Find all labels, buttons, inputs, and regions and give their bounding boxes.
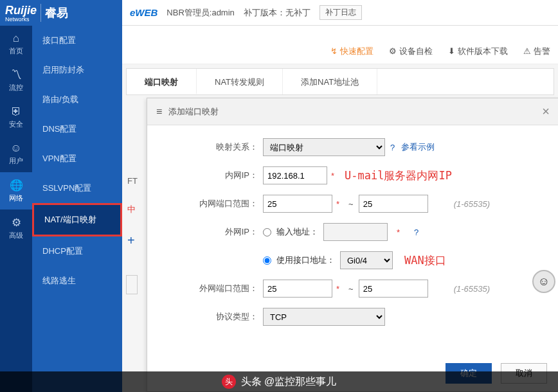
content-area: 端口映射 NAT转发规则 添加NAT地址池 FT 中 + ≡ 添加端口映射 × …	[122, 64, 558, 392]
radio-use-interface[interactable]	[263, 256, 271, 265]
lightning-icon: ↯	[330, 46, 338, 56]
example-link[interactable]: 参看示例	[401, 141, 435, 153]
menu-icon: ≡	[156, 106, 162, 118]
quick-config-link[interactable]: ↯ 快速配置	[330, 46, 374, 57]
rail-security[interactable]: ⛨安全	[0, 99, 32, 136]
tab-nat-forward[interactable]: NAT转发规则	[197, 69, 283, 94]
checkbox[interactable]	[126, 275, 138, 294]
row-use-iface: 使用接口地址： Gi0/4 WAN接口	[154, 251, 552, 269]
brand-text: Ruijie	[5, 4, 37, 17]
snip-ft: FT	[122, 167, 141, 195]
side-snippet: FT 中 +	[122, 167, 141, 294]
tab-bar: 端口映射 NAT转发规则 添加NAT地址池	[126, 68, 554, 95]
patch-version: 补丁版本：无补丁	[244, 7, 310, 19]
subnav-dhcp[interactable]: DHCP配置	[32, 236, 122, 266]
user-icon: ☺	[1, 142, 31, 155]
input-inner-port-to[interactable]	[359, 195, 428, 213]
subnav-antikill[interactable]: 启用防封杀	[32, 55, 122, 85]
subnav-nat[interactable]: NAT/端口映射	[32, 203, 122, 236]
subnav-route[interactable]: 路由/负载	[32, 85, 122, 114]
row-map-relationship: 映射关系： 端口映射 ? 参看示例	[154, 138, 552, 156]
download-icon: ⬇	[448, 46, 455, 56]
gear-icon: ⚙	[389, 46, 397, 56]
label-inner-ip: 内网IP：	[154, 170, 263, 181]
gear-icon: ⚙	[1, 216, 31, 229]
select-protocol[interactable]: TCP	[263, 308, 385, 326]
required-star: *	[331, 171, 334, 181]
input-outer-port-to[interactable]	[359, 280, 428, 298]
patch-log-button[interactable]: 补丁日志	[320, 5, 362, 20]
self-check-link[interactable]: ⚙ 设备自检	[389, 46, 433, 57]
modal-body: 映射关系： 端口映射 ? 参看示例 内网IP： * U-mail服务器内网IP …	[147, 125, 558, 343]
row-protocol: 协议类型： TCP	[154, 308, 552, 326]
add-port-map-modal: ≡ 添加端口映射 × 映射关系： 端口映射 ? 参看示例 内网IP： * U-m…	[147, 98, 558, 392]
app-header: Ruijie Networks 睿易 eWEB NBR管理员:admin 补丁版…	[0, 0, 558, 26]
port-hint: (1-65535)	[454, 199, 490, 209]
help-icon[interactable]: ?	[390, 143, 395, 152]
select-interface[interactable]: Gi0/4	[340, 251, 393, 269]
rail-network[interactable]: 🌐网络	[0, 172, 32, 209]
snip-cn: 中	[122, 195, 141, 224]
tab-add-pool[interactable]: 添加NAT地址池	[283, 69, 377, 94]
tab-port-map[interactable]: 端口映射	[127, 69, 197, 94]
warning-icon: ⚠	[523, 46, 531, 56]
rail-flow[interactable]: 〽流控	[0, 62, 32, 99]
input-inner-port-from[interactable]	[263, 195, 332, 213]
row-outer-ip: 外网IP： 输入地址： * ?	[154, 223, 552, 241]
label-outer-ip: 外网IP：	[154, 226, 263, 238]
radio-input-address[interactable]	[263, 228, 271, 236]
annotation-wan: WAN接口	[404, 253, 446, 268]
modal-title: 添加端口映射	[168, 106, 219, 118]
chart-icon: 〽	[1, 69, 31, 82]
select-map-rel[interactable]: 端口映射	[263, 138, 385, 156]
input-inner-ip[interactable]	[263, 166, 327, 184]
subnav-dns[interactable]: DNS配置	[32, 114, 122, 144]
close-icon[interactable]: ×	[542, 104, 550, 119]
subnav-iface[interactable]: 接口配置	[32, 26, 122, 55]
annotation-inner-ip: U-mail服务器内网IP	[345, 168, 452, 183]
shield-icon: ⛨	[1, 105, 31, 118]
toolbar: ↯ 快速配置 ⚙ 设备自检 ⬇ 软件版本下载 ⚠ 告警	[122, 39, 558, 64]
input-outer-port-from[interactable]	[263, 280, 332, 298]
rail-advanced[interactable]: ⚙高级	[0, 209, 32, 247]
admin-label: NBR管理员:admin	[166, 7, 234, 19]
brand-logo: Ruijie Networks	[5, 4, 37, 22]
brand-sub: Networks	[5, 16, 37, 22]
row-inner-port: 内网端口范围： * ~ (1-65535)	[154, 195, 552, 213]
subnav-sslvpn[interactable]: SSLVPN配置	[32, 174, 122, 203]
home-icon: ⌂	[1, 32, 31, 45]
row-inner-ip: 内网IP： * U-mail服务器内网IP	[154, 166, 552, 184]
header-right: eWEB NBR管理员:admin 补丁版本：无补丁 补丁日志	[122, 0, 558, 26]
brand-cn: 睿易	[45, 5, 68, 21]
alert-link[interactable]: ⚠ 告警	[523, 46, 550, 57]
rail-home[interactable]: ⌂首页	[0, 26, 32, 62]
rail-user[interactable]: ☺用户	[0, 136, 32, 172]
logo-area: Ruijie Networks 睿易	[0, 0, 122, 26]
label-inner-port: 内网端口范围：	[154, 198, 263, 209]
download-link[interactable]: ⬇ 软件版本下载	[448, 46, 508, 57]
left-rail: ⌂首页 〽流控 ⛨安全 ☺用户 🌐网络 ⚙高级	[0, 26, 32, 392]
input-outer-ip[interactable]	[323, 223, 388, 241]
row-outer-port: 外网端口范围： * ~ (1-65535)	[154, 280, 552, 298]
add-button[interactable]: +	[122, 224, 141, 257]
subnav-vpn[interactable]: VPN配置	[32, 144, 122, 174]
label-protocol: 协议类型：	[154, 311, 263, 323]
subnav-escape[interactable]: 线路逃生	[32, 266, 122, 296]
watermark-footer: 头 头条 @监控那些事儿	[0, 371, 558, 392]
port-hint-2: (1-65535)	[454, 284, 490, 294]
eweb-label: eWEB	[130, 7, 158, 18]
help-icon[interactable]: ?	[414, 227, 419, 237]
globe-icon: 🌐	[1, 179, 31, 192]
logo-divider	[40, 4, 41, 22]
watermark-logo-icon: 头	[222, 375, 236, 389]
assistant-bubble[interactable]: ☺	[532, 270, 555, 293]
modal-header: ≡ 添加端口映射 ×	[147, 98, 558, 125]
label-map-rel: 映射关系：	[154, 141, 263, 153]
watermark-text: 头条 @监控那些事儿	[241, 375, 337, 389]
label-outer-port: 外网端口范围：	[154, 283, 263, 294]
sub-nav: 接口配置 启用防封杀 路由/负载 DNS配置 VPN配置 SSLVPN配置 NA…	[32, 26, 122, 392]
